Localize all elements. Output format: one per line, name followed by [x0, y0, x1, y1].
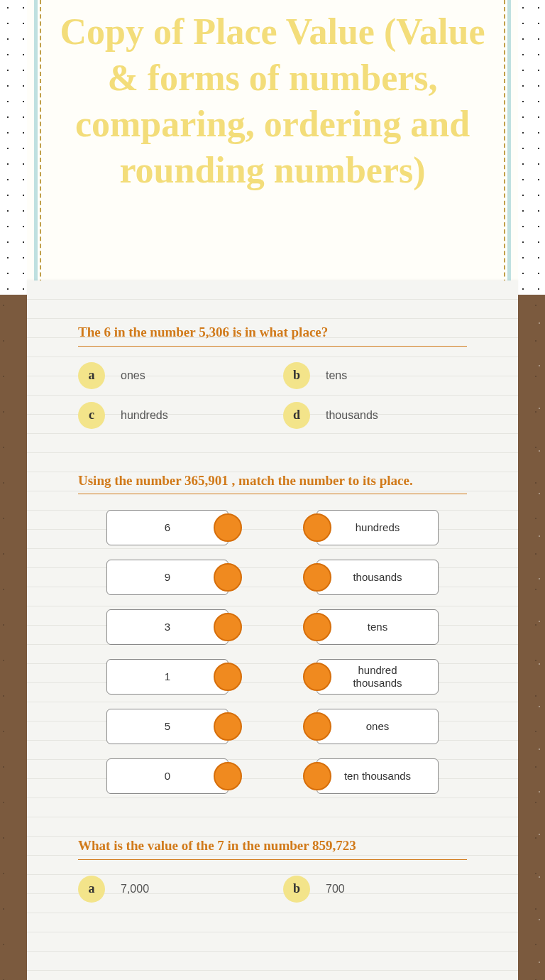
- page-title: Copy of Place Value (Value & forms of nu…: [41, 0, 504, 193]
- drag-handle-icon[interactable]: [303, 663, 331, 691]
- question-3: What is the value of the 7 in the number…: [78, 837, 467, 903]
- match-label: 9: [165, 571, 170, 584]
- choice-text: thousands: [326, 409, 378, 422]
- q3-choices: a 7,000 b 700: [78, 876, 467, 903]
- match-row: 9 thousands: [106, 560, 439, 595]
- match-label: hundreds: [356, 521, 400, 534]
- choice-letter: b: [283, 362, 310, 389]
- choice-text: ones: [121, 369, 145, 382]
- match-left-3[interactable]: 1: [106, 659, 229, 695]
- match-left-1[interactable]: 9: [106, 560, 229, 595]
- drag-handle-icon[interactable]: [214, 712, 242, 741]
- drag-handle-icon[interactable]: [214, 513, 242, 542]
- drag-handle-icon[interactable]: [303, 762, 331, 790]
- match-label: ten thousands: [344, 770, 411, 783]
- match-right-1[interactable]: thousands: [316, 560, 439, 595]
- match-right-0[interactable]: hundreds: [316, 510, 439, 545]
- q1-choice-b[interactable]: b tens: [283, 362, 467, 389]
- choice-letter: d: [283, 402, 310, 429]
- match-label: hundred thousands: [337, 664, 418, 690]
- match-right-3[interactable]: hundred thousands: [316, 659, 439, 695]
- drag-handle-icon[interactable]: [303, 613, 331, 641]
- header-card: Copy of Place Value (Value & forms of nu…: [27, 0, 518, 305]
- question-2: Using the number 365,901 , match the num…: [78, 472, 467, 795]
- q1-prompt: The 6 in the number 5,306 is in what pla…: [78, 323, 467, 347]
- q3-prompt: What is the value of the 7 in the number…: [78, 837, 467, 860]
- match-row: 0 ten thousands: [106, 758, 439, 794]
- question-1: The 6 in the number 5,306 is in what pla…: [78, 323, 467, 429]
- choice-letter: b: [283, 876, 310, 903]
- match-left-0[interactable]: 6: [106, 510, 229, 545]
- q1-choices: a ones b tens c hundreds d thousands: [78, 362, 467, 429]
- match-label: 3: [165, 621, 170, 633]
- accent-right: [507, 0, 511, 305]
- q2-prompt: Using the number 365,901 , match the num…: [78, 472, 467, 495]
- q1-choice-a[interactable]: a ones: [78, 362, 262, 389]
- drag-handle-icon[interactable]: [214, 613, 242, 641]
- worksheet-paper: The 6 in the number 5,306 is in what pla…: [27, 281, 518, 980]
- match-left-4[interactable]: 5: [106, 709, 229, 744]
- drag-handle-icon[interactable]: [214, 663, 242, 691]
- match-label: thousands: [353, 571, 402, 584]
- match-label: 5: [165, 720, 170, 733]
- drag-handle-icon[interactable]: [214, 762, 242, 790]
- match-row: 3 tens: [106, 609, 439, 645]
- match-right-2[interactable]: tens: [316, 609, 439, 645]
- header-border: Copy of Place Value (Value & forms of nu…: [40, 0, 505, 305]
- choice-letter: a: [78, 362, 105, 389]
- match-row: 1 hundred thousands: [106, 659, 439, 695]
- match-left-5[interactable]: 0: [106, 758, 229, 794]
- q3-choice-b[interactable]: b 700: [283, 876, 467, 903]
- q3-choice-a[interactable]: a 7,000: [78, 876, 262, 903]
- choice-text: 700: [326, 883, 345, 895]
- drag-handle-icon[interactable]: [214, 563, 242, 592]
- match-label: ones: [366, 720, 390, 733]
- match-left-2[interactable]: 3: [106, 609, 229, 645]
- q1-choice-d[interactable]: d thousands: [283, 402, 467, 429]
- choice-letter: a: [78, 876, 105, 903]
- choice-text: hundreds: [121, 409, 168, 422]
- match-label: 1: [165, 670, 170, 683]
- choice-text: 7,000: [121, 883, 149, 895]
- match-row: 6 hundreds: [106, 510, 439, 545]
- choice-text: tens: [326, 369, 347, 382]
- drag-handle-icon[interactable]: [303, 563, 331, 592]
- match-right-5[interactable]: ten thousands: [316, 758, 439, 794]
- match-container: 6 hundreds 9 thousands 3 tens 1 hundred …: [78, 510, 467, 794]
- match-row: 5 ones: [106, 709, 439, 744]
- match-label: 0: [165, 770, 170, 783]
- drag-handle-icon[interactable]: [303, 712, 331, 741]
- drag-handle-icon[interactable]: [303, 513, 331, 542]
- match-right-4[interactable]: ones: [316, 709, 439, 744]
- match-label: 6: [165, 521, 170, 534]
- match-label: tens: [368, 621, 387, 633]
- choice-letter: c: [78, 402, 105, 429]
- accent-left: [34, 0, 38, 305]
- q1-choice-c[interactable]: c hundreds: [78, 402, 262, 429]
